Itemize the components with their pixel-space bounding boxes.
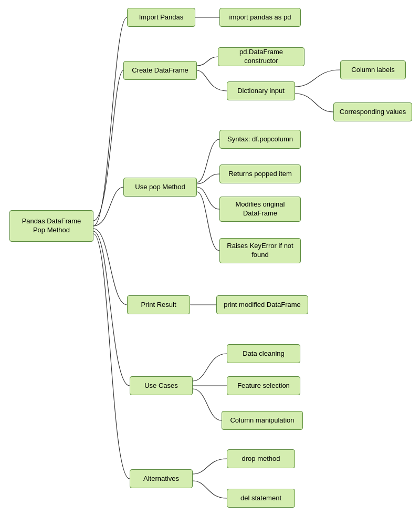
node-col_labels: Column labels [340, 60, 406, 79]
node-modifies_df: Modifies original DataFrame [219, 197, 301, 222]
node-use_cases: Use Cases [130, 376, 193, 395]
node-print_result: Print Result [127, 295, 190, 314]
node-col_manipulation: Column manipulation [222, 411, 303, 430]
node-feature_selection: Feature selection [227, 376, 300, 395]
node-syntax: Syntax: df.popcolumn [219, 130, 301, 149]
node-raises_keyerror: Raises KeyError if not found [219, 238, 301, 263]
node-create_df: Create DataFrame [123, 61, 197, 80]
node-returns_popped: Returns popped item [219, 164, 301, 183]
node-use_pop: Use pop Method [123, 178, 197, 197]
node-import_pandas: Import Pandas [127, 8, 195, 27]
node-root: Pandas DataFrame Pop Method [9, 210, 93, 242]
node-import_pandas_as_pd: import pandas as pd [219, 8, 301, 27]
node-alternatives: Alternatives [130, 469, 193, 488]
node-dict_input: Dictionary input [227, 81, 295, 100]
node-drop_method: drop method [227, 449, 295, 468]
node-pd_constructor: pd.DataFrame constructor [218, 47, 304, 66]
node-data_cleaning: Data cleaning [227, 344, 300, 363]
node-print_modified: print modified DataFrame [216, 295, 308, 314]
node-del_statement: del statement [227, 489, 295, 508]
node-corr_values: Corresponding values [333, 102, 412, 121]
